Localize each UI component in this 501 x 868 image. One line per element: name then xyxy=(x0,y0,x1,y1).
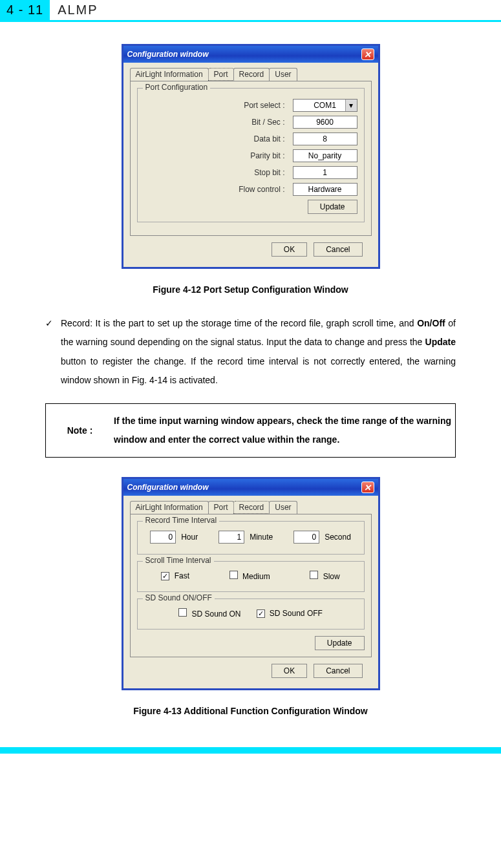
checkbox-icon[interactable]: ✓ xyxy=(257,609,265,618)
page-title: ALMP xyxy=(50,0,105,20)
medium-option[interactable]: Medium xyxy=(229,571,270,581)
group-record-interval: Record Time Interval 0 Hour 1 Minute 0 S… xyxy=(137,521,365,555)
field-bit-sec[interactable]: 9600 xyxy=(293,116,357,129)
group-scroll-title: Scroll Time Interval xyxy=(143,556,214,565)
update-button[interactable]: Update xyxy=(315,636,365,650)
combo-port-select-value: COM1 xyxy=(314,100,336,111)
update-row: Update xyxy=(144,200,357,214)
minute-label: Minute xyxy=(250,533,273,542)
label-data-bit: Data bit : xyxy=(144,134,293,143)
close-icon[interactable]: ✕ xyxy=(361,482,374,493)
group-sound-title: SD Sound ON/OFF xyxy=(143,593,215,602)
dialog-titlebar[interactable]: Configuration window ✕ xyxy=(123,46,378,63)
hour-input[interactable]: 0 xyxy=(150,531,176,544)
dialog-title-text: Configuration window xyxy=(127,50,209,59)
config-dialog-port: Configuration window ✕ AirLight Informat… xyxy=(122,44,380,269)
medium-label: Medium xyxy=(242,572,270,581)
close-icon[interactable]: ✕ xyxy=(361,48,374,60)
group-sd-sound: SD Sound ON/OFF SD Sound ON ✓ SD Sound O… xyxy=(137,598,365,630)
tab-airlight[interactable]: AirLight Information xyxy=(130,68,209,81)
record-interval-row: 0 Hour 1 Minute 0 Second xyxy=(144,528,357,546)
row-data-bit: Data bit : 8 xyxy=(144,132,357,145)
page-header: 4 - 11 ALMP xyxy=(0,0,501,22)
bullet-part3: button to register the change. If the re… xyxy=(61,356,456,385)
ok-button[interactable]: OK xyxy=(272,664,307,678)
page-number: 4 - 11 xyxy=(0,0,50,20)
tab-panel-record: Record Time Interval 0 Hour 1 Minute 0 S… xyxy=(130,514,372,657)
hour-label: Hour xyxy=(181,533,198,542)
group-port-config: Port Configuration Port select : COM1 ▾ … xyxy=(137,88,365,222)
sound-on-option[interactable]: SD Sound ON xyxy=(178,608,240,619)
slow-option[interactable]: Slow xyxy=(310,571,339,581)
combo-port-select[interactable]: COM1 ▾ xyxy=(293,99,357,112)
row-flow-control: Flow control : Hardware xyxy=(144,183,357,196)
update-button[interactable]: Update xyxy=(308,200,357,214)
chevron-down-icon[interactable]: ▾ xyxy=(345,100,357,111)
field-flow-control[interactable]: Hardware xyxy=(293,183,357,196)
tab-airlight[interactable]: AirLight Information xyxy=(130,501,209,514)
record-bullet: ✓ Record: It is the part to set up the s… xyxy=(45,314,456,390)
tab-panel-port: Port Configuration Port select : COM1 ▾ … xyxy=(130,81,372,236)
sound-on-label: SD Sound ON xyxy=(191,609,240,619)
tab-row: AirLight Information Port Record User xyxy=(130,68,372,81)
tab-row-2: AirLight Information Port Record User xyxy=(130,501,372,514)
second-label: Second xyxy=(325,533,351,542)
update-row-2: Update xyxy=(137,636,365,650)
slow-label: Slow xyxy=(323,572,340,581)
checkbox-icon[interactable] xyxy=(178,608,187,617)
label-bit-sec: Bit / Sec : xyxy=(144,118,293,127)
cancel-button[interactable]: Cancel xyxy=(314,242,362,257)
checkbox-icon[interactable] xyxy=(310,571,318,579)
sound-off-option[interactable]: ✓ SD Sound OFF xyxy=(257,609,323,618)
label-port-select: Port select : xyxy=(144,101,293,110)
tab-record[interactable]: Record xyxy=(233,68,270,81)
figure-2-caption: Figure 4-13 Additional Function Configur… xyxy=(26,706,475,716)
row-stop-bit: Stop bit : 1 xyxy=(144,166,357,179)
dialog-footer-2: OK Cancel xyxy=(130,657,372,682)
cancel-button[interactable]: Cancel xyxy=(314,664,362,678)
label-parity-bit: Parity bit : xyxy=(144,151,293,160)
record-bullet-text: Record: It is the part to set up the sto… xyxy=(61,314,456,390)
row-port-select: Port select : COM1 ▾ xyxy=(144,99,357,112)
checkbox-icon[interactable] xyxy=(229,571,238,579)
field-stop-bit[interactable]: 1 xyxy=(293,166,357,179)
ok-button[interactable]: OK xyxy=(272,242,307,257)
sound-off-label: SD Sound OFF xyxy=(270,609,323,618)
figure-2: Configuration window ✕ AirLight Informat… xyxy=(26,477,475,690)
sound-options-row: SD Sound ON ✓ SD Sound OFF xyxy=(144,606,357,621)
fast-option[interactable]: ✓ Fast xyxy=(161,571,189,580)
scroll-options-row: ✓ Fast Medium Slow xyxy=(144,568,357,584)
tab-user[interactable]: User xyxy=(269,501,297,514)
minute-input[interactable]: 1 xyxy=(219,531,244,544)
fast-label: Fast xyxy=(175,571,189,580)
checkbox-icon[interactable]: ✓ xyxy=(161,572,169,580)
content-area: Configuration window ✕ AirLight Informat… xyxy=(0,22,501,742)
dialog-titlebar-2[interactable]: Configuration window ✕ xyxy=(123,479,378,496)
tab-user[interactable]: User xyxy=(269,68,297,81)
label-stop-bit: Stop bit : xyxy=(144,168,293,177)
label-flow-control: Flow control : xyxy=(144,185,293,194)
bullet-update: Update xyxy=(425,337,456,347)
group-record-title: Record Time Interval xyxy=(143,516,220,525)
footer-bar xyxy=(0,747,501,754)
field-data-bit[interactable]: 8 xyxy=(293,132,357,145)
dialog-footer: OK Cancel xyxy=(130,236,372,260)
group-scroll-interval: Scroll Time Interval ✓ Fast Medium xyxy=(137,561,365,592)
note-text: If the time input warning window appears… xyxy=(114,404,455,458)
row-parity-bit: Parity bit : No_parity xyxy=(144,149,357,162)
dialog-body-2: AirLight Information Port Record User Re… xyxy=(123,496,378,688)
row-bit-sec: Bit / Sec : 9600 xyxy=(144,116,357,129)
note-box: Note : If the time input warning window … xyxy=(45,403,456,458)
tab-record[interactable]: Record xyxy=(233,501,270,514)
figure-1-caption: Figure 4-12 Port Setup Configuration Win… xyxy=(26,284,475,295)
bullet-part1: Record: It is the part to set up the sto… xyxy=(61,318,417,328)
note-label: Note : xyxy=(46,404,114,458)
figure-1: Configuration window ✕ AirLight Informat… xyxy=(26,44,475,269)
bullet-onoff: On/Off xyxy=(417,318,445,328)
dialog-title-text-2: Configuration window xyxy=(127,483,209,492)
field-parity-bit[interactable]: No_parity xyxy=(293,149,357,162)
tab-port[interactable]: Port xyxy=(208,68,234,81)
second-input[interactable]: 0 xyxy=(293,531,319,544)
tab-port[interactable]: Port xyxy=(208,501,234,514)
config-dialog-record: Configuration window ✕ AirLight Informat… xyxy=(122,477,380,690)
